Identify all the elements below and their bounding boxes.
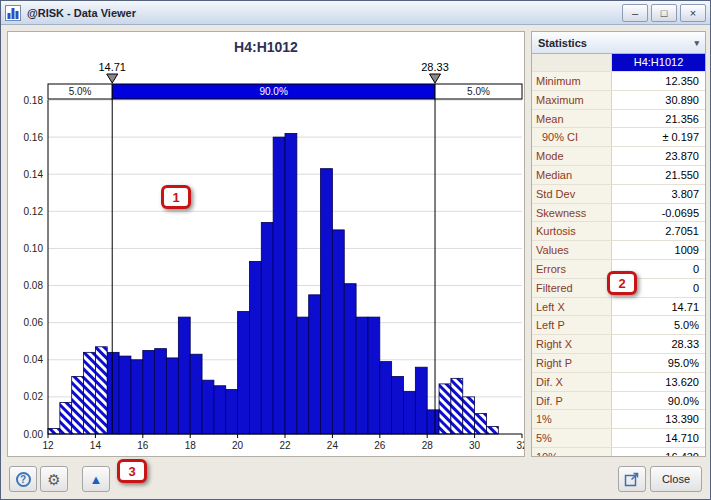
y-axis-label: 0.10 — [24, 243, 44, 254]
stats-row-value: 28.33 — [612, 335, 705, 353]
stats-row-value: 30.890 — [612, 91, 705, 109]
x-axis-label: 24 — [327, 440, 339, 451]
y-axis-label: 0.02 — [24, 391, 44, 402]
stats-row-value: 21.550 — [612, 166, 705, 184]
chart-type-button[interactable]: ▲ — [82, 466, 110, 492]
stats-row-value: 5.0% — [612, 316, 705, 334]
histogram-bar — [178, 317, 190, 434]
y-axis-label: 0.00 — [24, 429, 44, 440]
histogram-bar — [202, 380, 214, 434]
band-right-label: 5.0% — [467, 86, 490, 97]
histogram-bar — [95, 347, 107, 434]
stats-row: Right P95.0% — [532, 354, 705, 373]
histogram-bar — [285, 133, 297, 434]
histogram-chart: 0.000.020.040.060.080.100.120.140.160.18… — [8, 58, 524, 456]
settings-button[interactable]: ⚙ — [40, 466, 68, 492]
stats-row-value: 2.7051 — [612, 222, 705, 240]
stats-row-value: ± 0.197 — [612, 128, 705, 146]
histogram-bar — [309, 295, 321, 434]
histogram-bar — [238, 312, 250, 434]
help-icon: ? — [16, 472, 31, 487]
stats-row-label: Dif. P — [532, 392, 612, 410]
histogram-bar — [380, 362, 392, 434]
stats-row-label: Dif. X — [532, 373, 612, 391]
stats-row-value: 13.620 — [612, 373, 705, 391]
chart-panel: H4:H1012 0.000.020.040.060.080.100.120.1… — [7, 31, 525, 457]
help-button[interactable]: ? — [9, 466, 37, 492]
close-window-button[interactable]: × — [680, 4, 706, 22]
window-content: H4:H1012 0.000.020.040.060.080.100.120.1… — [1, 25, 710, 499]
histogram-bar — [297, 317, 309, 434]
stats-row: Right X28.33 — [532, 335, 705, 354]
y-axis-label: 0.18 — [24, 95, 44, 106]
stats-row-label: 1% — [532, 410, 612, 428]
close-button[interactable]: Close — [650, 466, 702, 492]
y-axis-label: 0.08 — [24, 280, 44, 291]
histogram-bar — [415, 367, 427, 434]
stats-row-label: Values — [532, 241, 612, 259]
histogram-bar — [143, 351, 155, 435]
histogram-bar — [119, 356, 131, 434]
x-axis-label: 12 — [42, 440, 54, 451]
histogram-bar — [167, 358, 179, 434]
band-center-label: 90.0% — [259, 86, 287, 97]
stats-row-label: Right P — [532, 354, 612, 372]
delimiter-value-left: 14.71 — [98, 61, 126, 73]
export-button[interactable] — [618, 466, 646, 492]
delimiter-handle-left[interactable] — [107, 74, 118, 83]
histogram-bar — [321, 169, 333, 434]
stats-row-label: 10% — [532, 448, 612, 457]
stats-row: Std Dev3.807 — [532, 185, 705, 204]
stats-label-header — [532, 54, 612, 71]
y-axis-label: 0.16 — [24, 132, 44, 143]
data-viewer-window: @RISK - Data Viewer – □ × H4:H1012 0.000… — [0, 0, 711, 500]
stats-row-value: 14.71 — [612, 298, 705, 316]
stats-row-label: 90% CI — [532, 128, 612, 146]
y-axis-label: 0.04 — [24, 354, 44, 365]
histogram-bar — [226, 389, 238, 434]
stats-column-header-row: H4:H1012 — [532, 54, 705, 72]
chevron-down-icon: ▾ — [694, 38, 699, 48]
stats-row-label: Left P — [532, 316, 612, 334]
histogram-bar — [463, 397, 475, 434]
maximize-button[interactable]: □ — [651, 4, 677, 22]
histogram-bar — [404, 391, 416, 434]
chart-type-icon: ▲ — [90, 473, 103, 486]
stats-row-value: 23.870 — [612, 147, 705, 165]
histogram-bar — [48, 428, 60, 434]
histogram-bar — [107, 352, 119, 434]
statistics-dropdown-label: Statistics — [538, 37, 587, 49]
stats-row: Dif. P90.0% — [532, 392, 705, 411]
histogram-bar — [356, 317, 368, 434]
stats-row: Minimum12.350 — [532, 72, 705, 91]
histogram-bar — [60, 402, 72, 434]
delimiter-handle-right[interactable] — [430, 74, 441, 83]
stats-row: 1%13.390 — [532, 410, 705, 429]
histogram-bar — [439, 384, 451, 434]
histogram-bar — [155, 349, 167, 434]
delimiter-value-right: 28.33 — [421, 61, 449, 73]
y-axis-label: 0.12 — [24, 206, 44, 217]
stats-row: Mean21.356 — [532, 110, 705, 129]
stats-row-value: 90.0% — [612, 392, 705, 410]
callout-badge-3: 3 — [117, 459, 147, 483]
stats-row: Values1009 — [532, 241, 705, 260]
stats-row: 10%16.430 — [532, 448, 705, 457]
stats-row: 5%14.710 — [532, 429, 705, 448]
histogram-bar — [214, 386, 226, 434]
histogram-bar — [451, 378, 463, 434]
histogram-bar — [344, 284, 356, 434]
stats-row-label: Skewness — [532, 204, 612, 222]
stats-row-value: 1009 — [612, 241, 705, 259]
stats-row-label: Kurtosis — [532, 222, 612, 240]
minimize-button[interactable]: – — [622, 4, 648, 22]
stats-row-label: Minimum — [532, 72, 612, 90]
x-axis-label: 14 — [90, 440, 102, 451]
x-axis-label: 32 — [516, 440, 524, 451]
stats-row: Dif. X13.620 — [532, 373, 705, 392]
stats-row-label: Median — [532, 166, 612, 184]
stats-row-label: Left X — [532, 298, 612, 316]
stats-row: Left X14.71 — [532, 298, 705, 317]
histogram-bar — [84, 352, 96, 434]
statistics-dropdown[interactable]: Statistics ▾ — [532, 32, 705, 54]
